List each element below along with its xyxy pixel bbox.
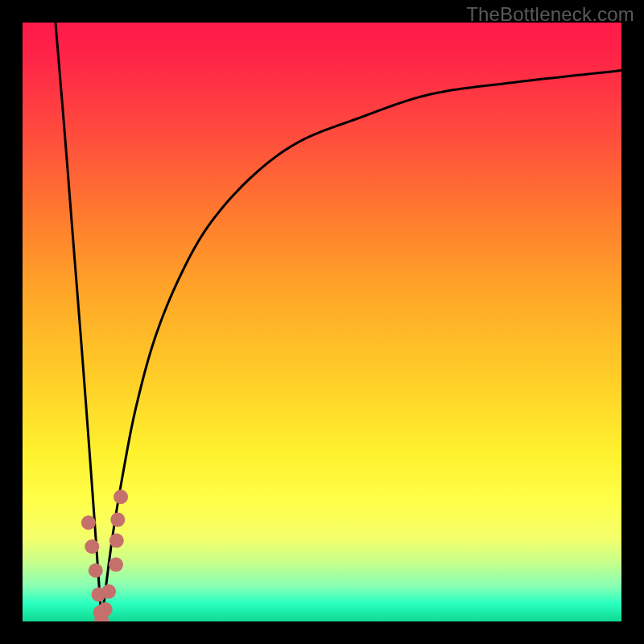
marker-dot <box>98 602 113 617</box>
marker-dot <box>110 513 125 527</box>
marker-dot <box>85 539 99 554</box>
curves-layer <box>23 23 621 621</box>
chart-frame: TheBottleneck.com <box>0 0 644 644</box>
marker-dot <box>109 557 123 572</box>
marker-dot <box>89 564 103 578</box>
marker-dot <box>81 515 96 530</box>
marker-dot <box>101 584 116 599</box>
marker-dot <box>109 534 124 548</box>
watermark-text: TheBottleneck.com <box>466 3 634 26</box>
marker-dot <box>114 489 128 504</box>
plot-area <box>23 23 621 621</box>
curve-left-curve <box>56 23 101 621</box>
curve-right-curve <box>101 71 621 621</box>
